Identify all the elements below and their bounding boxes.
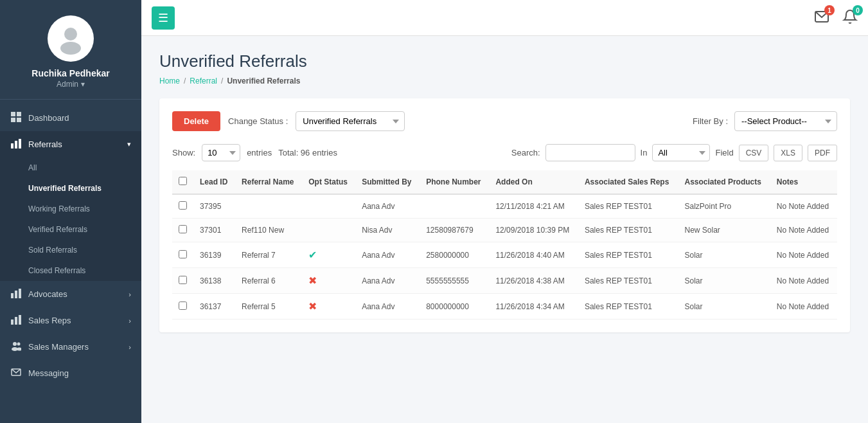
hamburger-icon: ☰ <box>158 11 168 25</box>
main-content: ☰ 1 0 Unverified Referrals Hom <box>141 0 868 423</box>
breadcrumb-home[interactable]: Home <box>159 76 180 86</box>
cell-phone: 5555555555 <box>420 268 489 294</box>
col-added-on: Added On <box>489 170 578 194</box>
sidebar-item-messaging[interactable]: Messaging <box>0 360 141 386</box>
opt-status-green-icon: ✔ <box>308 249 317 260</box>
row-checkbox[interactable] <box>179 302 187 310</box>
table-row: 37301Ref110 NewNisa Adv1258098767912/09/… <box>172 219 837 242</box>
bell-button[interactable]: 0 <box>842 9 858 26</box>
topbar-icons: 1 0 <box>814 9 858 26</box>
bar-chart-icon <box>10 138 22 150</box>
bell-badge: 0 <box>853 5 863 15</box>
breadcrumb-referral[interactable]: Referral <box>190 76 217 86</box>
cell-notes: No Note Added <box>770 268 837 294</box>
cell-added-on: 12/11/2018 4:21 AM <box>489 194 578 219</box>
export-pdf-button[interactable]: PDF <box>808 145 837 161</box>
sidebar-item-label: Sales Reps <box>28 316 71 325</box>
search-input[interactable] <box>545 144 635 161</box>
sidebar-item-label: Dashboard <box>28 113 69 123</box>
total-entries: Total: 96 entries <box>278 148 337 158</box>
export-csv-button[interactable]: CSV <box>739 145 769 161</box>
cell-referral-name: Referral 5 <box>235 294 302 320</box>
cell-lead-id: 37301 <box>193 219 235 242</box>
row-checkbox[interactable] <box>179 225 187 233</box>
cell-sales-reps: Sales REP TEST01 <box>578 194 678 219</box>
referrals-table: Lead ID Referral Name Opt Status Submitt… <box>172 170 837 320</box>
col-opt-status: Opt Status <box>302 170 355 194</box>
cell-submitted-by: Aana Adv <box>355 268 420 294</box>
cell-submitted-by: Aana Adv <box>355 194 420 219</box>
delete-button[interactable]: Delete <box>172 111 220 131</box>
cell-lead-id: 36139 <box>193 242 235 268</box>
cell-phone <box>420 194 489 219</box>
svg-rect-7 <box>15 141 17 148</box>
show-entries-select[interactable]: 10 25 50 100 <box>202 144 240 161</box>
col-sales-reps: Associated Sales Reps <box>578 170 678 194</box>
svg-rect-5 <box>17 118 21 122</box>
cell-submitted-by: Nisa Adv <box>355 219 420 242</box>
row-checkbox[interactable] <box>179 276 187 284</box>
sidebar-item-salesmanagers[interactable]: Sales Managers › <box>0 334 141 360</box>
cell-referral-name: Referral 7 <box>235 242 302 268</box>
sidebar-item-advocates[interactable]: Advocates › <box>0 281 141 307</box>
svg-rect-10 <box>15 291 17 298</box>
sidebar-item-referrals[interactable]: Referrals ▾ <box>0 131 141 158</box>
svg-point-0 <box>64 28 77 40</box>
mail-button[interactable]: 1 <box>814 9 829 26</box>
col-notes: Notes <box>770 170 837 194</box>
cell-sales-reps: Sales REP TEST01 <box>578 268 678 294</box>
svg-rect-4 <box>11 118 15 122</box>
export-xls-button[interactable]: XLS <box>774 145 802 161</box>
svg-rect-2 <box>11 112 15 116</box>
cell-added-on: 11/26/2018 4:38 AM <box>489 268 578 294</box>
table-row: 37395Aana Adv12/11/2018 4:21 AMSales REP… <box>172 194 837 219</box>
sidebar-item-dashboard[interactable]: Dashboard <box>0 105 141 131</box>
sidebar-item-closed[interactable]: Closed Referrals <box>0 260 141 281</box>
svg-rect-3 <box>17 112 21 116</box>
svg-point-15 <box>13 342 17 346</box>
cell-opt-status <box>302 219 355 242</box>
cell-referral-name <box>235 194 302 219</box>
svg-rect-13 <box>15 317 17 325</box>
bar-chart3-icon <box>10 314 22 327</box>
bar-chart2-icon <box>10 288 22 300</box>
cell-submitted-by: Aana Adv <box>355 242 420 268</box>
toolbar-right: Filter By : --Select Product-- SalzPoint… <box>693 111 837 131</box>
svg-point-17 <box>17 343 21 346</box>
cell-added-on: 12/09/2018 10:39 PM <box>489 219 578 242</box>
row-checkbox[interactable] <box>179 250 187 258</box>
cell-phone: 2580000000 <box>420 242 489 268</box>
status-select[interactable]: Unverified Referrals Working Referrals V… <box>296 111 405 131</box>
menu-button[interactable]: ☰ <box>152 6 175 30</box>
cell-phone: 12580987679 <box>420 219 489 242</box>
col-checkbox <box>172 170 193 194</box>
cell-notes: No Note Added <box>770 242 837 268</box>
sidebar-item-all[interactable]: All <box>0 158 141 178</box>
cell-referral-name: Referral 6 <box>235 268 302 294</box>
select-all-checkbox[interactable] <box>179 177 187 185</box>
profile-name: Ruchika Pedhekar <box>31 68 109 78</box>
page-title: Unverified Referrals <box>159 51 850 71</box>
profile-role[interactable]: Admin ▾ <box>57 80 85 89</box>
sidebar-nav: Dashboard Referrals ▾ All Unverified Ref… <box>0 100 141 423</box>
sidebar-item-working[interactable]: Working Referrals <box>0 199 141 219</box>
sidebar-item-unverified[interactable]: Unverified Referrals <box>0 178 141 199</box>
in-label: In <box>641 148 648 158</box>
chevron-right2-icon: › <box>128 317 131 325</box>
breadcrumb: Home / Referral / Unverified Referrals <box>159 76 850 86</box>
table-controls-right: Search: In All Lead ID Referral Name Sub… <box>511 144 837 161</box>
cell-sales-reps: Sales REP TEST01 <box>578 242 678 268</box>
col-lead-id: Lead ID <box>193 170 235 194</box>
change-status-label: Change Status : <box>228 116 288 126</box>
svg-rect-11 <box>19 289 21 298</box>
search-field-select[interactable]: All Lead ID Referral Name Submitted By P… <box>652 144 710 161</box>
chevron-down-icon: ▾ <box>127 140 131 148</box>
row-checkbox[interactable] <box>179 201 187 210</box>
sidebar-item-sold[interactable]: Sold Referrals <box>0 240 141 260</box>
sidebar-item-salesreps[interactable]: Sales Reps › <box>0 307 141 334</box>
sidebar-item-verified[interactable]: Verified Referrals <box>0 219 141 240</box>
svg-rect-6 <box>11 143 13 148</box>
product-filter-select[interactable]: --Select Product-- SalzPoint Pro New Sol… <box>734 111 837 131</box>
breadcrumb-current: Unverified Referrals <box>227 76 300 86</box>
sidebar-profile: Ruchika Pedhekar Admin ▾ <box>0 0 141 100</box>
